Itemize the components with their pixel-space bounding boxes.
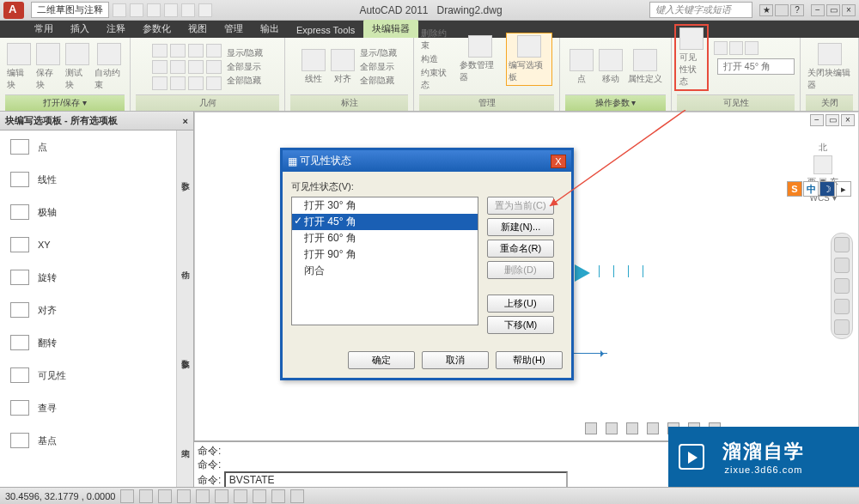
- help-button[interactable]: 帮助(H): [496, 351, 563, 369]
- vis-icon[interactable]: [745, 41, 758, 55]
- help-icon[interactable]: ?: [790, 4, 804, 16]
- construction-button[interactable]: 构造: [421, 53, 454, 65]
- param-visibility[interactable]: 可见性: [0, 359, 176, 392]
- param-align[interactable]: 对齐: [0, 294, 176, 326]
- param-manager-button[interactable]: 参数管理器: [460, 35, 501, 83]
- panel-title-open-save[interactable]: 打开/保存 ▾: [5, 94, 125, 111]
- grid-toggle[interactable]: [139, 489, 153, 503]
- geo-constraint-icon[interactable]: [188, 60, 204, 74]
- param-xy[interactable]: XY: [0, 228, 176, 261]
- hide-all-button[interactable]: 全部隐藏: [227, 75, 264, 87]
- geo-constraint-icon[interactable]: [206, 60, 222, 74]
- flip-grip-icon[interactable]: [575, 264, 590, 282]
- edit-block-button[interactable]: 编辑块: [7, 43, 31, 91]
- nav-showmotion-icon[interactable]: [834, 319, 850, 335]
- list-item[interactable]: 打开 90° 角: [292, 246, 478, 263]
- minimize-button[interactable]: −: [811, 4, 825, 16]
- save-block-button[interactable]: 保存块: [36, 43, 60, 91]
- qat-redo-icon[interactable]: [181, 3, 195, 17]
- visibility-states-list[interactable]: 打开 30° 角 打开 45° 角 打开 60° 角 打开 90° 角 闭合: [291, 197, 478, 325]
- geo-constraint-icon[interactable]: [152, 44, 168, 58]
- vis-icon[interactable]: [714, 41, 728, 55]
- qp-toggle[interactable]: [290, 489, 304, 503]
- tab-express[interactable]: Express Tools: [288, 22, 363, 38]
- param-lookup[interactable]: 查寻: [0, 392, 176, 424]
- doc-minimize-button[interactable]: −: [810, 114, 824, 126]
- ime-moon-icon[interactable]: ☽: [819, 181, 835, 197]
- show-all-button[interactable]: 全部显示: [227, 61, 264, 73]
- tab-actions[interactable]: 动作: [178, 258, 193, 271]
- ime-lang-icon[interactable]: 中: [803, 181, 819, 197]
- geo-constraint-icon[interactable]: [206, 44, 222, 58]
- panel-title-action-params[interactable]: 操作参数 ▾: [565, 94, 666, 111]
- tab-block-editor[interactable]: 块编辑器: [363, 20, 418, 38]
- dim-hide-all[interactable]: 全部隐藏: [360, 75, 397, 87]
- tab-view[interactable]: 视图: [180, 20, 216, 38]
- move-up-button[interactable]: 上移(U): [487, 295, 554, 313]
- aligned-dim-button[interactable]: 对齐: [331, 49, 355, 85]
- param-flip[interactable]: 翻转: [0, 326, 176, 359]
- move-down-button[interactable]: 下移(M): [487, 316, 554, 334]
- workspace-dropdown[interactable]: 二维草图与注释: [31, 2, 109, 18]
- otrack-toggle[interactable]: [215, 489, 228, 503]
- qat-save-icon[interactable]: [147, 3, 161, 17]
- param-basepoint[interactable]: 基点: [0, 424, 176, 457]
- geo-constraint-icon[interactable]: [188, 44, 204, 58]
- ime-menu-icon[interactable]: ▸: [836, 181, 851, 197]
- new-button[interactable]: 新建(N)...: [487, 218, 554, 236]
- qat-print-icon[interactable]: [198, 3, 212, 17]
- snap-toggle[interactable]: [120, 489, 134, 503]
- attr-def-button[interactable]: 属性定义: [628, 49, 662, 85]
- be-icon[interactable]: [606, 422, 618, 434]
- close-button[interactable]: ×: [842, 4, 856, 16]
- tab-manage[interactable]: 管理: [216, 20, 252, 38]
- set-current-button[interactable]: 置为当前(C): [487, 197, 554, 215]
- dyn-toggle[interactable]: [253, 489, 266, 503]
- list-item[interactable]: 打开 45° 角: [292, 214, 478, 230]
- dim-show-all[interactable]: 全部显示: [360, 61, 397, 73]
- param-linear[interactable]: 线性: [0, 163, 176, 196]
- geo-constraint-icon[interactable]: [206, 76, 222, 90]
- star-icon[interactable]: ★: [759, 4, 773, 16]
- qat-open-icon[interactable]: [130, 3, 143, 17]
- point-param-button[interactable]: 点: [570, 49, 594, 85]
- signin-icon[interactable]: [775, 4, 789, 16]
- param-rotate[interactable]: 旋转: [0, 261, 176, 294]
- nav-wheel-icon[interactable]: [834, 237, 850, 252]
- maximize-button[interactable]: ▭: [826, 4, 840, 16]
- tab-insert[interactable]: 插入: [62, 20, 98, 38]
- be-icon[interactable]: [647, 422, 659, 434]
- test-block-button[interactable]: 测试块: [65, 43, 89, 91]
- list-item[interactable]: 打开 60° 角: [292, 230, 478, 246]
- tab-parametric[interactable]: 参数化: [134, 20, 180, 38]
- ime-s-icon[interactable]: S: [787, 181, 802, 197]
- authoring-palette-button[interactable]: 编写选项板: [506, 33, 552, 86]
- nav-zoom-icon[interactable]: [834, 278, 850, 294]
- linear-dim-button[interactable]: 线性: [302, 49, 326, 85]
- list-item[interactable]: 闭合: [292, 263, 478, 279]
- param-point[interactable]: 点: [0, 131, 176, 163]
- param-polar[interactable]: 极轴: [0, 196, 176, 228]
- show-hide-button[interactable]: 显示/隐藏: [227, 47, 264, 59]
- tab-output[interactable]: 输出: [252, 20, 288, 38]
- list-item[interactable]: 打开 30° 角: [292, 197, 478, 214]
- ok-button[interactable]: 确定: [348, 351, 415, 369]
- cmd-input[interactable]: BVSTATE: [224, 471, 568, 489]
- palette-close-icon[interactable]: ×: [183, 116, 188, 126]
- qat-undo-icon[interactable]: [164, 3, 178, 17]
- tab-home[interactable]: 常用: [26, 20, 62, 38]
- geo-constraint-icon[interactable]: [188, 76, 204, 90]
- ducs-toggle[interactable]: [234, 489, 247, 503]
- app-logo[interactable]: [3, 2, 24, 19]
- tab-parameters[interactable]: 参数: [178, 168, 193, 182]
- close-block-editor-button[interactable]: 关闭块编辑器: [807, 43, 851, 91]
- lwt-toggle[interactable]: [271, 489, 285, 503]
- view-cube-icon[interactable]: [813, 155, 832, 174]
- be-icon[interactable]: [585, 422, 597, 434]
- tab-annotate[interactable]: 注释: [98, 20, 134, 38]
- geo-constraint-icon[interactable]: [152, 60, 168, 74]
- ortho-toggle[interactable]: [158, 489, 172, 503]
- dynamic-grips[interactable]: [599, 265, 643, 277]
- doc-restore-button[interactable]: ▭: [825, 114, 839, 126]
- rename-button[interactable]: 重命名(R): [487, 240, 554, 258]
